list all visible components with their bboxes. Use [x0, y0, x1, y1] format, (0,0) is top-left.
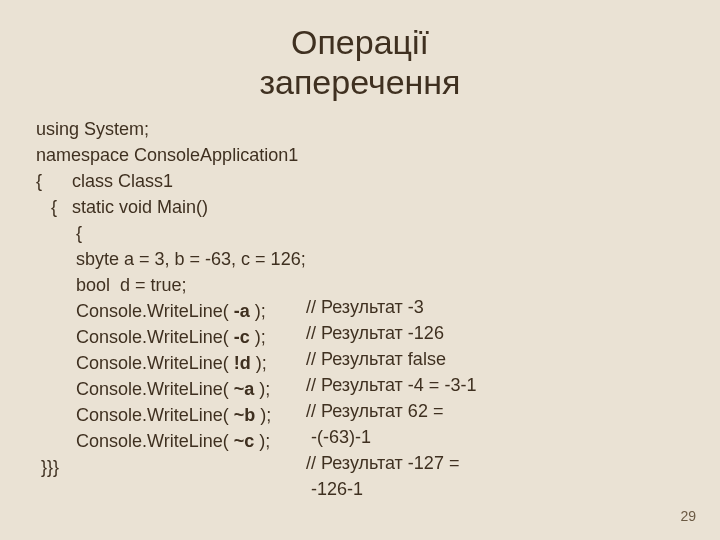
title-line-1: Операції — [291, 23, 429, 61]
comment-line: // Результат -3 — [306, 294, 566, 320]
comment-line: // Результат -4 = -3-1 — [306, 372, 566, 398]
code-line: namespace ConsoleApplication1 — [36, 142, 326, 168]
code-line: { — [36, 220, 326, 246]
code-line: Console.WriteLine( ~b ); — [36, 402, 326, 428]
comment-line: -126-1 — [306, 476, 566, 502]
code-line: using System; — [36, 116, 326, 142]
code-line: Console.WriteLine( ~a ); — [36, 376, 326, 402]
comment-line: // Результат 62 = — [306, 398, 566, 424]
code-line: sbyte a = 3, b = -63, c = 126; — [36, 246, 326, 272]
comment-line: -(-63)-1 — [306, 424, 566, 450]
comment-line: // Результат -126 — [306, 320, 566, 346]
comment-line: // Результат false — [306, 346, 566, 372]
code-line: { static void Main() — [36, 194, 326, 220]
code-line: Console.WriteLine( !d ); — [36, 350, 326, 376]
code-line: Console.WriteLine( -c ); — [36, 324, 326, 350]
code-line: }}} — [36, 454, 326, 480]
title-line-2: заперечення — [259, 63, 460, 101]
code-line: Console.WriteLine( ~c ); — [36, 428, 326, 454]
code-line: { class Class1 — [36, 168, 326, 194]
slide-title: Операції заперечення — [0, 22, 720, 102]
comments-block: // Результат -3 // Результат -126 // Рез… — [306, 294, 566, 502]
code-line: bool d = true; — [36, 272, 326, 298]
code-line: Console.WriteLine( -a ); — [36, 298, 326, 324]
comment-line: // Результат -127 = — [306, 450, 566, 476]
page-number: 29 — [680, 508, 696, 524]
code-block: using System; namespace ConsoleApplicati… — [36, 116, 326, 480]
